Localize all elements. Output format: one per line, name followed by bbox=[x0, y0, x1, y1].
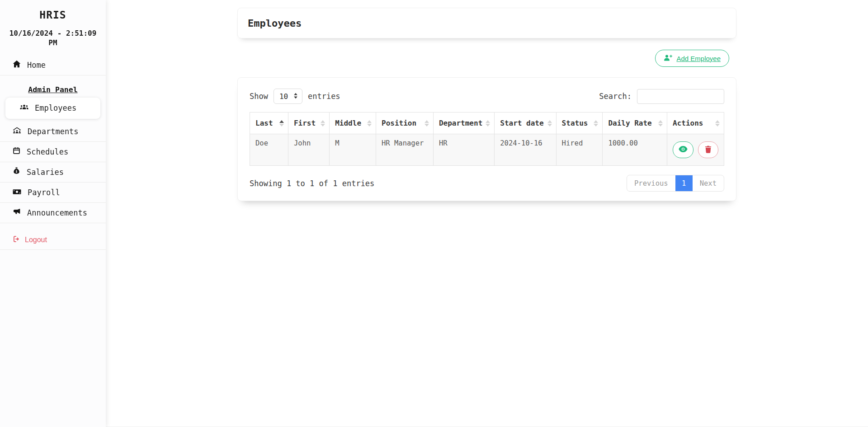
trash-icon bbox=[705, 145, 712, 155]
column-header-first[interactable]: First bbox=[288, 113, 329, 134]
sort-icon bbox=[279, 120, 284, 127]
table-footer: Showing 1 to 1 of 1 entries Previous 1 N… bbox=[250, 175, 724, 192]
pagination-page-1[interactable]: 1 bbox=[675, 175, 693, 191]
home-icon bbox=[13, 60, 21, 70]
sidebar-item-announcements[interactable]: Announcements bbox=[0, 203, 106, 223]
column-header-middle[interactable]: Middle bbox=[330, 113, 376, 134]
divider bbox=[0, 249, 106, 250]
page-length-value: 10 bbox=[279, 92, 288, 101]
money-bag-icon: $ bbox=[13, 167, 20, 177]
cell-last: Doe bbox=[250, 134, 288, 166]
sidebar-item-salaries[interactable]: $ Salaries bbox=[0, 162, 106, 182]
select-arrows-icon bbox=[293, 92, 298, 101]
sort-icon bbox=[486, 120, 490, 127]
column-header-status[interactable]: Status bbox=[556, 113, 603, 134]
entries-label: entries bbox=[308, 92, 340, 101]
sort-icon bbox=[547, 120, 552, 127]
logout-icon bbox=[13, 235, 20, 244]
page-header-card: Employees bbox=[237, 8, 736, 38]
add-employee-button[interactable]: Add Employee bbox=[655, 50, 729, 67]
sidebar-item-employees[interactable]: Employees bbox=[5, 98, 100, 119]
cell-actions bbox=[667, 134, 724, 166]
add-employee-label: Add Employee bbox=[676, 55, 721, 62]
page-length-control: Show 10 entries bbox=[250, 89, 340, 104]
main-content: Employees Add Employee Show bbox=[106, 0, 868, 201]
pagination: Previous 1 Next bbox=[627, 175, 724, 192]
search-input[interactable] bbox=[637, 89, 724, 104]
sidebar-item-payroll[interactable]: Payroll bbox=[0, 183, 106, 202]
delete-employee-button[interactable] bbox=[698, 141, 718, 158]
cell-daily-rate: 1000.00 bbox=[603, 134, 667, 166]
sidebar-item-label: Announcements bbox=[27, 208, 87, 217]
sidebar-item-label: Payroll bbox=[28, 188, 60, 197]
search-label: Search: bbox=[599, 92, 632, 101]
logout-label: Logout bbox=[25, 236, 47, 244]
view-employee-button[interactable] bbox=[673, 141, 693, 158]
users-icon bbox=[20, 103, 28, 113]
page-title: Employees bbox=[248, 18, 302, 29]
sidebar-item-label: Schedules bbox=[27, 147, 68, 156]
page-length-select[interactable]: 10 bbox=[274, 89, 302, 104]
table-controls: Show 10 entries Search: bbox=[250, 89, 724, 104]
divider bbox=[0, 75, 106, 75]
divider bbox=[0, 223, 106, 223]
sidebar-item-home[interactable]: Home bbox=[0, 55, 106, 75]
people-roof-icon bbox=[13, 127, 21, 136]
sidebar-item-label: Employees bbox=[35, 103, 76, 113]
search-control: Search: bbox=[599, 89, 724, 104]
sidebar-item-label: Departments bbox=[28, 127, 79, 136]
sidebar-item-label: Salaries bbox=[27, 168, 64, 177]
column-header-department[interactable]: Department bbox=[433, 113, 494, 134]
cell-status: Hired bbox=[556, 134, 603, 166]
sort-icon bbox=[425, 120, 429, 127]
column-header-last[interactable]: Last bbox=[250, 113, 288, 134]
show-label: Show bbox=[250, 92, 268, 101]
cell-middle: M bbox=[330, 134, 376, 166]
employees-table: Last First Middle Position bbox=[250, 112, 724, 166]
table-header-row: Last First Middle Position bbox=[250, 113, 724, 134]
cell-department: HR bbox=[433, 134, 494, 166]
logout-button[interactable]: Logout bbox=[0, 230, 106, 249]
bullhorn-icon bbox=[13, 208, 21, 217]
sidebar: HRIS 10/16/2024 - 2:51:09 PM Home Admin … bbox=[0, 0, 106, 427]
app-title: HRIS bbox=[0, 0, 106, 21]
employees-table-card: Show 10 entries Search: bbox=[237, 77, 736, 201]
sort-icon bbox=[321, 120, 325, 127]
pagination-previous[interactable]: Previous bbox=[627, 175, 675, 191]
pagination-next[interactable]: Next bbox=[693, 175, 724, 191]
sidebar-item-departments[interactable]: Departments bbox=[0, 122, 106, 141]
toolbar: Add Employee bbox=[237, 50, 736, 67]
sort-icon bbox=[367, 120, 372, 127]
cell-position: HR Manager bbox=[376, 134, 434, 166]
sidebar-item-schedules[interactable]: Schedules bbox=[0, 142, 106, 162]
column-header-daily-rate[interactable]: Daily Rate bbox=[603, 113, 667, 134]
eye-icon bbox=[679, 146, 688, 154]
admin-panel-heading: Admin Panel bbox=[0, 85, 106, 94]
sidebar-item-label: Home bbox=[27, 61, 46, 70]
datetime-display: 10/16/2024 - 2:51:09 PM bbox=[0, 29, 106, 48]
svg-text:$: $ bbox=[15, 169, 17, 174]
money-bill-icon bbox=[13, 188, 21, 197]
sort-icon bbox=[715, 120, 720, 127]
sort-icon bbox=[594, 120, 598, 127]
cell-start-date: 2024-10-16 bbox=[495, 134, 556, 166]
table-info: Showing 1 to 1 of 1 entries bbox=[250, 179, 374, 188]
cell-first: John bbox=[288, 134, 329, 166]
sort-icon bbox=[658, 120, 663, 127]
column-header-start-date[interactable]: Start date bbox=[495, 113, 556, 134]
user-plus-icon bbox=[664, 54, 672, 63]
table-row: Doe John M HR Manager HR 2024-10-16 Hire… bbox=[250, 134, 724, 166]
calendar-icon bbox=[13, 147, 20, 156]
column-header-position[interactable]: Position bbox=[376, 113, 434, 134]
column-header-actions[interactable]: Actions bbox=[667, 113, 724, 134]
